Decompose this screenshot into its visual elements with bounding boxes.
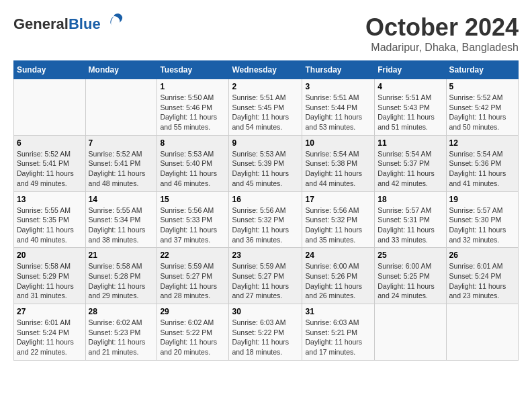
calendar-row: 13 Sunrise: 5:55 AM Sunset: 5:35 PM Dayl… [14, 191, 519, 248]
day-info: Sunrise: 5:51 AM Sunset: 5:43 PM Dayligh… [378, 93, 443, 132]
day-info: Sunrise: 5:53 AM Sunset: 5:40 PM Dayligh… [160, 149, 226, 189]
sunrise: Sunrise: 5:58 AM [89, 262, 142, 270]
calendar-cell: 23 Sunrise: 5:59 AM Sunset: 5:27 PM Dayl… [229, 248, 302, 304]
daylight: Daylight: 11 hours and 50 minutes. [449, 113, 506, 131]
daylight: Daylight: 11 hours and 36 minutes. [232, 226, 289, 244]
sunset: Sunset: 5:41 PM [89, 159, 141, 167]
sunset: Sunset: 5:41 PM [17, 159, 69, 167]
daylight: Daylight: 11 hours and 26 minutes. [305, 282, 362, 300]
day-number: 21 [89, 250, 154, 260]
calendar-cell: 17 Sunrise: 5:56 AM Sunset: 5:32 PM Dayl… [302, 191, 375, 248]
sunrise: Sunrise: 5:52 AM [449, 93, 503, 101]
day-number: 12 [449, 138, 515, 148]
calendar-cell: 15 Sunrise: 5:56 AM Sunset: 5:33 PM Dayl… [157, 191, 229, 248]
day-info: Sunrise: 5:58 AM Sunset: 5:28 PM Dayligh… [89, 261, 154, 301]
sunset: Sunset: 5:27 PM [232, 272, 284, 280]
day-info: Sunrise: 6:01 AM Sunset: 5:24 PM Dayligh… [449, 261, 515, 301]
sunset: Sunset: 5:27 PM [160, 272, 212, 280]
day-number: 19 [449, 195, 515, 204]
header-wednesday: Wednesday [229, 61, 302, 79]
day-info: Sunrise: 5:55 AM Sunset: 5:34 PM Dayligh… [89, 205, 154, 245]
day-info: Sunrise: 6:02 AM Sunset: 5:23 PM Dayligh… [89, 318, 154, 357]
sunset: Sunset: 5:40 PM [160, 159, 212, 167]
day-number: 24 [305, 250, 371, 260]
sunrise: Sunrise: 5:51 AM [305, 93, 359, 101]
day-info: Sunrise: 5:59 AM Sunset: 5:27 PM Dayligh… [160, 261, 226, 301]
logo-blue: Blue [69, 15, 101, 32]
calendar-cell: 8 Sunrise: 5:53 AM Sunset: 5:40 PM Dayli… [157, 135, 229, 191]
header-thursday: Thursday [302, 61, 375, 79]
daylight: Daylight: 11 hours and 21 minutes. [89, 338, 146, 356]
sunrise: Sunrise: 5:55 AM [89, 206, 142, 214]
header-sunday: Sunday [14, 61, 86, 79]
header-friday: Friday [375, 61, 446, 79]
day-info: Sunrise: 6:00 AM Sunset: 5:25 PM Dayligh… [378, 261, 443, 301]
sunrise: Sunrise: 6:03 AM [305, 318, 359, 326]
daylight: Daylight: 11 hours and 55 minutes. [160, 113, 217, 131]
day-number: 31 [305, 307, 371, 316]
sunset: Sunset: 5:26 PM [305, 272, 357, 280]
day-number: 26 [449, 250, 515, 260]
calendar-row: 27 Sunrise: 6:01 AM Sunset: 5:24 PM Dayl… [14, 304, 519, 361]
calendar-cell: 1 Sunrise: 5:50 AM Sunset: 5:46 PM Dayli… [157, 79, 229, 136]
sunset: Sunset: 5:21 PM [305, 328, 357, 336]
sunrise: Sunrise: 5:56 AM [160, 206, 214, 214]
day-info: Sunrise: 5:52 AM Sunset: 5:41 PM Dayligh… [89, 149, 154, 189]
daylight: Daylight: 11 hours and 29 minutes. [89, 282, 146, 300]
day-info: Sunrise: 5:50 AM Sunset: 5:46 PM Dayligh… [160, 93, 226, 132]
logo-general: General [13, 15, 69, 32]
daylight: Daylight: 11 hours and 41 minutes. [449, 169, 506, 187]
daylight: Daylight: 11 hours and 46 minutes. [160, 169, 217, 187]
day-number: 5 [449, 82, 515, 91]
day-number: 18 [378, 195, 443, 204]
sunrise: Sunrise: 5:52 AM [89, 150, 142, 158]
sunrise: Sunrise: 6:01 AM [449, 262, 503, 270]
calendar-cell: 30 Sunrise: 6:03 AM Sunset: 5:22 PM Dayl… [229, 304, 302, 361]
day-number: 3 [305, 82, 371, 91]
day-info: Sunrise: 5:54 AM Sunset: 5:38 PM Dayligh… [305, 149, 371, 189]
calendar-cell [375, 304, 446, 361]
sunrise: Sunrise: 5:54 AM [378, 150, 431, 158]
day-number: 1 [160, 82, 226, 91]
daylight: Daylight: 11 hours and 48 minutes. [89, 169, 146, 187]
calendar-cell: 16 Sunrise: 5:56 AM Sunset: 5:32 PM Dayl… [229, 191, 302, 248]
calendar-cell: 28 Sunrise: 6:02 AM Sunset: 5:23 PM Dayl… [85, 304, 157, 361]
daylight: Daylight: 11 hours and 45 minutes. [232, 169, 289, 187]
daylight: Daylight: 11 hours and 42 minutes. [378, 169, 435, 187]
calendar-cell: 29 Sunrise: 6:02 AM Sunset: 5:22 PM Dayl… [157, 304, 229, 361]
calendar-cell: 4 Sunrise: 5:51 AM Sunset: 5:43 PM Dayli… [375, 79, 446, 136]
daylight: Daylight: 11 hours and 40 minutes. [17, 226, 74, 244]
day-info: Sunrise: 5:57 AM Sunset: 5:30 PM Dayligh… [449, 205, 515, 245]
calendar-cell: 10 Sunrise: 5:54 AM Sunset: 5:38 PM Dayl… [302, 135, 375, 191]
day-info: Sunrise: 6:03 AM Sunset: 5:21 PM Dayligh… [305, 318, 371, 357]
day-number: 23 [232, 250, 299, 260]
sunrise: Sunrise: 5:59 AM [160, 262, 214, 270]
logo-bird-icon [105, 13, 124, 32]
sunset: Sunset: 5:45 PM [232, 103, 284, 111]
sunset: Sunset: 5:36 PM [449, 159, 502, 167]
sunrise: Sunrise: 6:00 AM [378, 262, 431, 270]
daylight: Daylight: 11 hours and 17 minutes. [305, 338, 362, 356]
calendar-cell: 12 Sunrise: 5:54 AM Sunset: 5:36 PM Dayl… [446, 135, 518, 191]
calendar-cell: 13 Sunrise: 5:55 AM Sunset: 5:35 PM Dayl… [14, 191, 86, 248]
daylight: Daylight: 11 hours and 28 minutes. [160, 282, 217, 300]
calendar-header-row: Sunday Monday Tuesday Wednesday Thursday… [14, 61, 519, 79]
calendar-cell: 14 Sunrise: 5:55 AM Sunset: 5:34 PM Dayl… [85, 191, 157, 248]
day-number: 7 [89, 138, 154, 148]
sunrise: Sunrise: 6:02 AM [160, 318, 214, 326]
daylight: Daylight: 11 hours and 18 minutes. [232, 338, 289, 356]
sunset: Sunset: 5:29 PM [17, 272, 69, 280]
calendar-cell: 20 Sunrise: 5:58 AM Sunset: 5:29 PM Dayl… [14, 248, 86, 304]
day-info: Sunrise: 6:02 AM Sunset: 5:22 PM Dayligh… [160, 318, 226, 357]
sunset: Sunset: 5:23 PM [89, 328, 141, 336]
calendar-cell [14, 79, 86, 136]
calendar-row: 20 Sunrise: 5:58 AM Sunset: 5:29 PM Dayl… [14, 248, 519, 304]
sunset: Sunset: 5:35 PM [17, 216, 69, 224]
day-info: Sunrise: 6:03 AM Sunset: 5:22 PM Dayligh… [232, 318, 299, 357]
day-info: Sunrise: 5:56 AM Sunset: 5:33 PM Dayligh… [160, 205, 226, 245]
calendar-cell: 21 Sunrise: 5:58 AM Sunset: 5:28 PM Dayl… [85, 248, 157, 304]
sunrise: Sunrise: 5:53 AM [160, 150, 214, 158]
daylight: Daylight: 11 hours and 49 minutes. [17, 169, 74, 187]
sunset: Sunset: 5:44 PM [305, 103, 357, 111]
sunset: Sunset: 5:43 PM [378, 103, 430, 111]
